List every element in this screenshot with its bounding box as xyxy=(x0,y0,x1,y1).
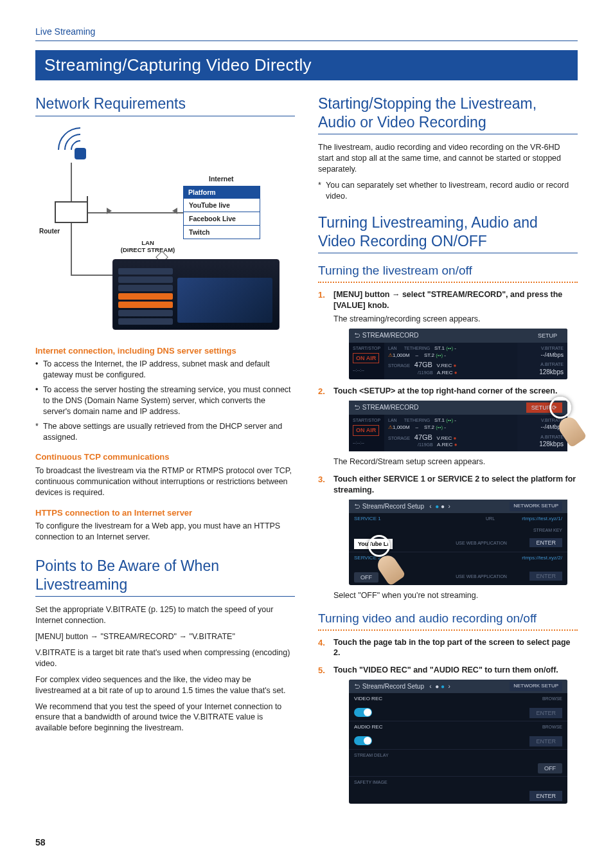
touch-indicator-icon xyxy=(549,397,571,419)
lan-label: LAN(DIRECT STREAM) xyxy=(119,240,177,254)
heading-points: Points to Be Aware of When Livestreaming xyxy=(35,557,295,597)
router-icon xyxy=(55,201,88,223)
bullet-item: To access the Internet, the IP address, … xyxy=(35,359,295,381)
step-note: The streaming/recording screen appears. xyxy=(333,314,578,325)
platform-item: Facebook Live xyxy=(183,212,260,226)
note: The above settings are usually retrieved… xyxy=(35,421,295,443)
subheading-livestream-onoff: Turning the livestream on/off xyxy=(318,262,578,279)
step-note: The Record/Stream setup screen appears. xyxy=(333,457,578,467)
step-number: 5. xyxy=(318,665,325,676)
screenshot-stream-record-setup-page2: ⮌ Stream/Record Setup ‹ ● ● ›NETWORK SET… xyxy=(349,680,567,804)
step-text: Touch "VIDEO REC" and "AUDIO REC" to tur… xyxy=(333,665,578,676)
step-note: Select "OFF" when you're not streaming. xyxy=(333,590,578,601)
step-item: 1. [MENU] button → select "STREAM/RECORD… xyxy=(318,289,578,379)
paragraph: [MENU] button → "STREAM/RECORD" → "V.BIT… xyxy=(35,631,295,642)
step-item: 3. Touch either SERVICE 1 or SERVICE 2 t… xyxy=(318,474,578,601)
paragraph: To broadcast the livestream via the RTMP… xyxy=(35,466,295,498)
step-number: 4. xyxy=(318,637,325,649)
step-item: 2. Touch <SETUP> at the top right-hand c… xyxy=(318,386,578,467)
touch-indicator-icon xyxy=(368,535,390,557)
platform-heading: Platform xyxy=(183,186,260,199)
setup-button: SETUP xyxy=(533,330,562,341)
back-icon: ⮌ STREAM/RECORD xyxy=(354,331,419,340)
screenshot-stream-record-setup-tap: ⮌ STREAM/RECORDSETUP ⟳ START/STOP ON AIR… xyxy=(349,401,567,451)
toggle-on-icon xyxy=(354,708,372,717)
platform-stack: Platform YouTube live Facebook Live Twit… xyxy=(183,186,260,240)
subheading-tcp: Continuous TCP communications xyxy=(35,451,295,463)
left-column: Network Requirements Router Internet Pla… xyxy=(35,95,295,810)
step-item: 5. Touch "VIDEO REC" and "AUDIO REC" to … xyxy=(318,665,578,804)
paragraph: For complex video sequences and the like… xyxy=(35,674,295,696)
step-text: Touch either SERVICE 1 or SERVICE 2 to s… xyxy=(333,474,578,496)
page-number: 58 xyxy=(35,836,46,849)
toggle-on-icon xyxy=(354,736,372,745)
router-label: Router xyxy=(39,227,60,236)
paragraph: Set the appropriate V.BITRATE (p. 125) t… xyxy=(35,604,295,626)
onair-badge: ON AIR xyxy=(353,353,379,363)
note: You can separately set whether to livest… xyxy=(318,180,578,202)
step-item: 4. Touch the page tab in the top part of… xyxy=(318,637,578,659)
dotted-rule xyxy=(318,629,578,631)
wireless-icon xyxy=(55,127,106,166)
internet-label: Internet xyxy=(209,174,234,183)
network-setup-button: NETWORK SETUP xyxy=(510,502,562,511)
step-number: 3. xyxy=(318,474,325,485)
subheading-https: HTTPS connection to an Internet server xyxy=(35,507,295,519)
heading-turning-onoff: Turning Livestreaming, Audio and Video R… xyxy=(318,213,578,254)
enter-button: ENTER xyxy=(529,538,562,547)
step-number: 2. xyxy=(318,386,325,397)
page-title: Streaming/Capturing Video Directly xyxy=(35,50,578,80)
step-text: [MENU] button → select "STREAM/RECORD", … xyxy=(333,289,578,311)
screenshot-stream-record-setup: ⮌ Stream/Record Setup ‹ ● ● ›NETWORK SET… xyxy=(349,500,567,585)
step-number: 1. xyxy=(318,289,325,301)
platform-item: YouTube live xyxy=(183,199,260,212)
step-text: Touch <SETUP> at the top right-hand corn… xyxy=(333,386,578,397)
paragraph: We recommend that you test the speed of … xyxy=(35,701,295,734)
paragraph: To configure the livestream for a Web ap… xyxy=(35,521,295,543)
right-column: Starting/Stopping the Livestream, Audio … xyxy=(318,95,578,810)
dotted-rule xyxy=(318,282,578,283)
heading-network-requirements: Network Requirements xyxy=(35,95,295,116)
heading-start-stop: Starting/Stopping the Livestream, Audio … xyxy=(318,95,578,135)
screenshot-stream-record: ⮌ STREAM/RECORDSETUP START/STOP ON AIR -… xyxy=(349,329,567,379)
network-diagram: Router Internet Platform YouTube live Fa… xyxy=(35,124,295,336)
step-text: Touch the page tab in the top part of th… xyxy=(333,637,578,659)
paragraph: The livestream, audio recording and vide… xyxy=(318,142,578,175)
subheading-video-audio-onoff: Turning video and audio recording on/off xyxy=(318,610,578,627)
off-badge: OFF xyxy=(354,572,378,583)
bullet-item: To access the server hosting the streami… xyxy=(35,384,295,417)
device-illustration xyxy=(112,259,280,330)
paragraph: V.BITRATE is a target bit rate that's us… xyxy=(35,647,295,669)
platform-item: Twitch xyxy=(183,226,260,239)
section-label: Live Streaming xyxy=(35,26,578,41)
subheading-internet-connection: Internet connection, including DNS serve… xyxy=(35,345,295,357)
